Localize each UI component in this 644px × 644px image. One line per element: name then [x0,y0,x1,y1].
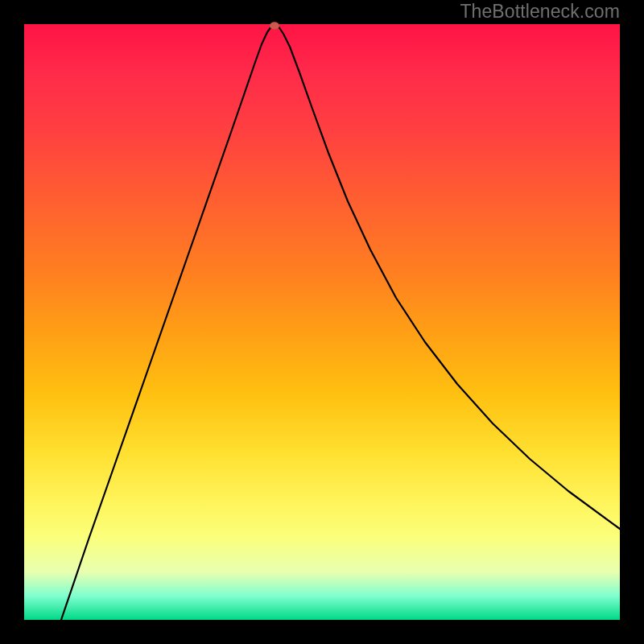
bottleneck-curve [61,24,620,620]
watermark-text: TheBottleneck.com [460,1,620,23]
curve-svg [24,24,620,620]
plot-area [24,24,620,620]
minimum-marker [270,23,279,30]
chart-canvas: TheBottleneck.com [0,0,644,644]
